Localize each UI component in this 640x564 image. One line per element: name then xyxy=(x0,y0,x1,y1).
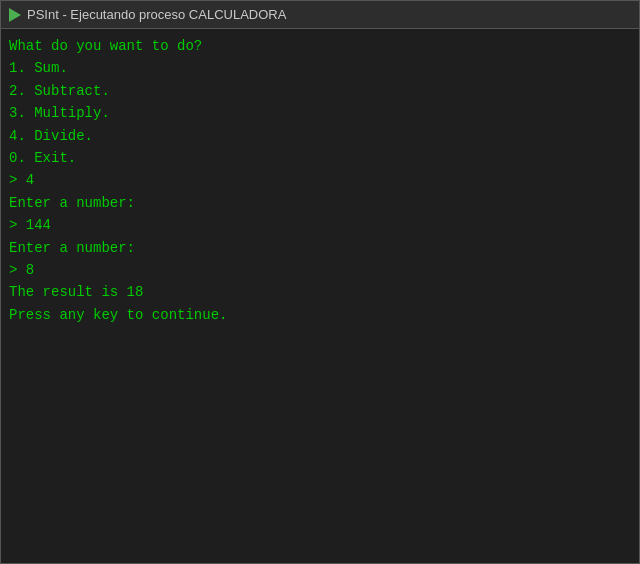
console-line: 0. Exit. xyxy=(9,147,631,169)
console-line: > 8 xyxy=(9,259,631,281)
app-window: PSInt - Ejecutando proceso CALCULADORA W… xyxy=(0,0,640,564)
console-line: > 4 xyxy=(9,169,631,191)
console-line: > 144 xyxy=(9,214,631,236)
console-line: 2. Subtract. xyxy=(9,80,631,102)
console-output: What do you want to do?1. Sum.2. Subtrac… xyxy=(1,29,639,563)
console-line: Enter a number: xyxy=(9,192,631,214)
console-line: 3. Multiply. xyxy=(9,102,631,124)
console-line: 4. Divide. xyxy=(9,125,631,147)
console-line: The result is 18 xyxy=(9,281,631,303)
title-bar: PSInt - Ejecutando proceso CALCULADORA xyxy=(1,1,639,29)
play-icon xyxy=(9,8,21,22)
console-line: What do you want to do? xyxy=(9,35,631,57)
console-line: Press any key to continue. xyxy=(9,304,631,326)
console-line: Enter a number: xyxy=(9,237,631,259)
window-title: PSInt - Ejecutando proceso CALCULADORA xyxy=(27,7,286,22)
console-line: 1. Sum. xyxy=(9,57,631,79)
